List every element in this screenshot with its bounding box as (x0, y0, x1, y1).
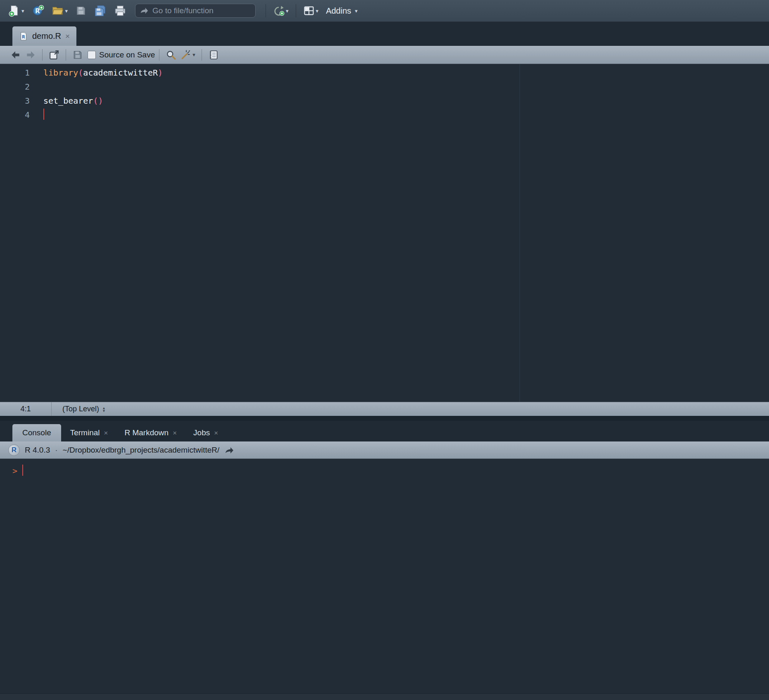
toolbar-divider (202, 49, 202, 61)
chevron-down-icon: ▾ (65, 8, 68, 14)
open-folder-icon (52, 5, 64, 17)
addins-label: Addins (326, 6, 351, 16)
code-text (30, 80, 43, 94)
pane-splitter[interactable] (0, 416, 769, 421)
toolbar-divider (42, 49, 43, 61)
forward-arrow-icon (25, 50, 36, 60)
rstudio-window: ▾ R ▾ (0, 0, 769, 700)
open-file-button[interactable]: ▾ (50, 3, 70, 19)
compile-report-button[interactable] (206, 49, 221, 61)
save-all-button[interactable] (92, 3, 109, 19)
notebook-icon (208, 50, 219, 60)
close-icon[interactable]: × (214, 429, 218, 437)
save-button[interactable] (73, 3, 89, 18)
chevron-down-icon: ▾ (192, 52, 195, 57)
new-project-icon: R (32, 5, 44, 17)
working-directory: ~/Dropbox/edbrgh_projects/academictwitte… (63, 446, 220, 455)
tab-r-markdown[interactable]: R Markdown × (117, 424, 184, 441)
forward-button[interactable] (23, 49, 38, 61)
new-project-button[interactable]: R (30, 3, 46, 19)
console[interactable]: > (0, 459, 769, 693)
source-on-save-checkbox[interactable] (88, 51, 96, 59)
svg-text:R: R (22, 34, 25, 39)
code-text (30, 108, 44, 122)
line-number: 4 (0, 108, 30, 122)
tab-jobs[interactable]: Jobs × (186, 424, 225, 441)
popout-window-icon (49, 50, 59, 60)
source-status-bar: 4:1 (Top Level) ▴▾ (0, 402, 769, 416)
toolbar-divider (66, 49, 66, 61)
code-token: ( (78, 68, 83, 78)
code-token: () (93, 96, 103, 106)
text-cursor (22, 465, 23, 476)
code-token: library (43, 68, 78, 78)
line-number: 2 (0, 80, 30, 94)
scope-selector[interactable]: (Top Level) ▴▾ (52, 402, 105, 416)
r-file-icon: R (19, 32, 28, 41)
tab-demo-r[interactable]: R demo.R × (12, 26, 76, 46)
new-file-button[interactable]: ▾ (6, 3, 26, 19)
go-to-icon (140, 6, 149, 15)
chevron-down-icon: ▾ (355, 8, 358, 14)
code-line: 2 (0, 80, 769, 94)
save-source-button[interactable] (70, 49, 85, 61)
console-tab-strip: Console Terminal × R Markdown × Jobs × (0, 421, 769, 441)
tab-label: Jobs (193, 428, 210, 437)
save-icon (72, 50, 83, 60)
code-token: set_bearer (43, 96, 93, 106)
chevron-down-icon: ▾ (316, 8, 319, 14)
print-button[interactable] (112, 3, 128, 19)
source-on-save-label: Source on Save (99, 50, 155, 59)
code-line: 3 set_bearer() (0, 94, 769, 108)
console-prompt: > (12, 466, 17, 476)
tab-title: demo.R (32, 31, 61, 41)
line-number: 1 (0, 66, 30, 80)
source-editor[interactable]: 1 library(academictwitteR) 2 3 set_beare… (0, 64, 769, 402)
code-line: 1 library(academictwitteR) (0, 66, 769, 80)
code-line: 4 (0, 108, 769, 122)
version-control-icon (273, 5, 285, 17)
show-in-new-window-button[interactable] (47, 49, 62, 61)
new-file-icon (8, 5, 20, 17)
tab-label: Console (22, 428, 51, 437)
chevron-down-icon: ▾ (21, 8, 24, 14)
scope-label: (Top Level) (62, 405, 99, 413)
chevron-down-icon: ▾ (286, 8, 289, 14)
close-icon[interactable]: × (104, 429, 108, 437)
find-replace-button[interactable] (164, 49, 178, 61)
print-icon (114, 5, 126, 17)
magnifier-icon (166, 50, 176, 60)
text-cursor (43, 109, 44, 120)
panes-grid-icon (303, 5, 315, 17)
back-button[interactable] (8, 49, 23, 61)
toolbar-divider (266, 4, 266, 17)
tab-label: R Markdown (124, 428, 169, 437)
line-number: 3 (0, 94, 30, 108)
panes-layout-button[interactable]: ▾ (301, 3, 321, 18)
scope-spinner-icon: ▴▾ (103, 406, 105, 412)
save-icon (75, 5, 87, 17)
code-text: set_bearer() (30, 94, 103, 108)
cursor-position: 4:1 (0, 402, 52, 416)
separator-dot: · (55, 446, 57, 455)
source-toolbar: Source on Save ▾ (0, 46, 769, 64)
toolbar-divider (159, 49, 159, 61)
go-to-file-input[interactable] (152, 6, 254, 15)
close-icon[interactable]: × (173, 429, 177, 437)
tab-console[interactable]: Console (12, 424, 61, 441)
back-arrow-icon (10, 50, 21, 60)
code-tools-button[interactable]: ▾ (178, 49, 197, 61)
addins-button[interactable]: Addins ▾ (324, 5, 360, 17)
toolbar-divider (296, 4, 296, 17)
tab-terminal[interactable]: Terminal × (63, 424, 116, 441)
version-control-button[interactable]: ▾ (271, 3, 291, 18)
go-to-directory-icon[interactable] (224, 445, 234, 455)
window-bottom-strip (0, 693, 769, 700)
main-toolbar: ▾ R ▾ (0, 0, 769, 22)
save-all-icon (94, 5, 107, 17)
r-version-label: R 4.0.3 (25, 446, 50, 455)
close-icon[interactable]: × (65, 32, 70, 40)
console-header: R R 4.0.3 · ~/Dropbox/edbrgh_projects/ac… (0, 441, 769, 459)
code-token: academictwitteR (83, 68, 158, 78)
tab-label: Terminal (70, 428, 100, 437)
